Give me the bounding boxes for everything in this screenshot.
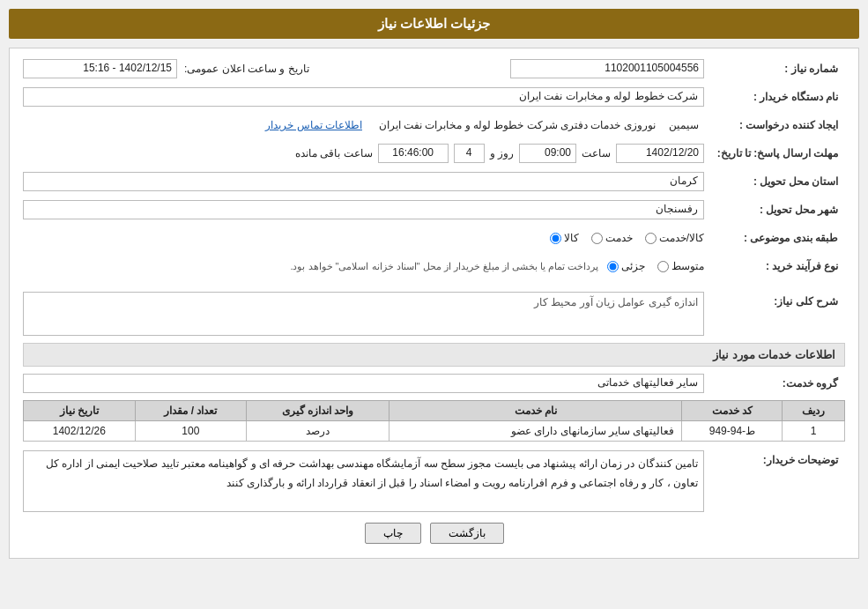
cell-tedaad: 100 bbox=[135, 421, 246, 442]
groohe-khedmat-row: گروه خدمت: سایر فعالیتهای خدماتی bbox=[23, 372, 845, 395]
services-table: ردیف کد خدمت نام خدمت واحد اندازه گیری ت… bbox=[23, 400, 845, 442]
baghimande-value: 16:46:00 bbox=[378, 144, 449, 163]
khedamat-info-header: اطلاعات خدمات مورد نیاز bbox=[23, 343, 845, 367]
radio-jozii-label: جزئی bbox=[621, 260, 645, 272]
sharh-niaz-label: شرح کلی نیاز: bbox=[704, 292, 845, 308]
cell-radif: 1 bbox=[783, 421, 845, 442]
col-tedaad: تعداد / مقدار bbox=[135, 401, 246, 421]
shomare-niaz-label: شماره نیاز : bbox=[704, 63, 845, 75]
date-row-inner: 1402/12/20 ساعت 09:00 روز و 4 16:46:00 س… bbox=[23, 144, 704, 163]
rooz-value: 4 bbox=[454, 144, 485, 163]
announce-label: تاریخ و ساعت اعلان عمومی: bbox=[184, 63, 309, 75]
noe-farayand-description: پرداخت تمام یا بخشی از مبلغ خریدار از مح… bbox=[290, 261, 598, 272]
col-tarikh: تاریخ نیاز bbox=[24, 401, 136, 421]
col-kodkhedmat: کد خدمت bbox=[682, 401, 783, 421]
nam-dastgah-value: شرکت خطوط لوله و مخابرات نفت ایران bbox=[23, 87, 704, 107]
baghimande-label: ساعت باقی مانده bbox=[295, 147, 373, 160]
ostan-tahvil-label: استان محل تحویل : bbox=[704, 175, 845, 188]
ostan-tahvil-value: کرمان bbox=[23, 172, 704, 191]
groohe-khedmat-label: گروه خدمت: bbox=[704, 377, 845, 390]
tozihat-section: توضیحات خریدار: تامین کنندگان در زمان ار… bbox=[23, 450, 845, 512]
cell-vahed: درصد bbox=[247, 421, 389, 442]
cell-namkhedmat: فعالیتهای سایر سازمانهای دارای عضو bbox=[389, 421, 682, 442]
col-namkhedmat: نام خدمت bbox=[389, 401, 682, 421]
radio-kala-khedmat-label: کالا/خدمت bbox=[659, 232, 704, 244]
nam-dastgah-label: نام دستگاه خریدار : bbox=[704, 91, 845, 103]
announce-value: 1402/12/15 - 15:16 bbox=[23, 59, 177, 78]
sharh-niaz-row: شرح کلی نیاز: اندازه گیری عوامل زیان آور… bbox=[23, 292, 845, 336]
shomare-niaz-value: 1102001105004556 bbox=[510, 59, 704, 78]
tozihat-label: توضیحات خریدار: bbox=[704, 450, 845, 466]
radio-kala[interactable]: کالا bbox=[550, 232, 579, 244]
ijad-konande-link[interactable]: اطلاعات تماس خریدار bbox=[265, 119, 362, 131]
sharh-niaz-value: اندازه گیری عوامل زیان آور محیط کار bbox=[23, 292, 704, 336]
main-card: شماره نیاز : 1102001105004556 تاریخ و سا… bbox=[9, 48, 859, 559]
mohlet-ersal-row: مهلت ارسال پاسخ: تا تاریخ: 1402/12/20 سا… bbox=[23, 142, 845, 165]
noe-farayand-content: متوسط جزئی پرداخت تمام یا بخشی از مبلغ خ… bbox=[23, 260, 704, 272]
date-value: 1402/12/20 bbox=[616, 144, 704, 163]
shahr-tahvil-value: رفسنجان bbox=[23, 200, 704, 219]
rooz-label: روز و bbox=[490, 147, 514, 160]
col-radif: ردیف bbox=[783, 401, 845, 421]
radio-khedmat[interactable]: خدمت bbox=[591, 232, 633, 244]
ijad-konande-row: ایجاد کننده درخواست : سیمین نوروزی خدمات… bbox=[23, 114, 845, 137]
sharh-niaz-box: اندازه گیری عوامل زیان آور محیط کار bbox=[23, 292, 704, 336]
tabaghe-label: طبقه بندی موضوعی : bbox=[704, 232, 845, 244]
table-row: 1 ط-94-949 فعالیتهای سایر سازمانهای دارا… bbox=[24, 421, 845, 442]
saat-value: 09:00 bbox=[519, 144, 576, 163]
radio-motavasset[interactable]: متوسط bbox=[657, 260, 704, 272]
shahr-tahvil-label: شهر محل تحویل : bbox=[704, 204, 845, 216]
mohlet-ersal-label: مهلت ارسال پاسخ: تا تاریخ: bbox=[704, 147, 845, 160]
cell-kodkhedmat: ط-94-949 bbox=[682, 421, 783, 442]
page-title: جزئیات اطلاعات نیاز bbox=[9, 9, 859, 39]
ijad-konande-value: سیمین نوروزی خدمات دفتری شرکت خطوط لوله … bbox=[23, 115, 704, 135]
nam-dastgah-row: نام دستگاه خریدار : شرکت خطوط لوله و مخا… bbox=[23, 85, 845, 108]
buttons-row: بازگشت چاپ bbox=[23, 523, 845, 544]
radio-jozii[interactable]: جزئی bbox=[607, 260, 645, 272]
ijad-konande-org: نوروزی خدمات دفتری شرکت خطوط لوله و مخاب… bbox=[379, 119, 656, 131]
farayand-radio-group: متوسط جزئی bbox=[607, 260, 704, 272]
radio-kala-khedmat[interactable]: کالا/خدمت bbox=[645, 232, 704, 244]
cell-tarikh: 1402/12/26 bbox=[24, 421, 136, 442]
tabaghe-radio-group: کالا/خدمت خدمت کالا bbox=[550, 232, 704, 244]
shomare-niaz-row: شماره نیاز : 1102001105004556 تاریخ و سا… bbox=[23, 57, 845, 80]
radio-kala-label: کالا bbox=[564, 232, 579, 244]
groohe-khedmat-value: سایر فعالیتهای خدماتی bbox=[23, 374, 704, 393]
noe-farayand-label: نوع فرآیند خرید : bbox=[704, 260, 845, 272]
print-button[interactable]: چاپ bbox=[365, 523, 421, 544]
back-button[interactable]: بازگشت bbox=[430, 523, 504, 544]
ijad-konande-name: سیمین bbox=[669, 119, 699, 131]
radio-motavasset-label: متوسط bbox=[671, 260, 704, 272]
radio-khedmat-label: خدمت bbox=[605, 232, 633, 244]
watermark-area bbox=[23, 283, 845, 292]
page-wrapper: جزئیات اطلاعات نیاز شماره نیاز : 1102001… bbox=[0, 0, 868, 568]
saat-label: ساعت bbox=[582, 147, 611, 160]
col-vahed: واحد اندازه گیری bbox=[247, 401, 389, 421]
ijad-konande-label: ایجاد کننده درخواست : bbox=[704, 119, 845, 131]
shahr-tahvil-row: شهر محل تحویل : رفسنجان bbox=[23, 198, 845, 221]
noe-farayand-row: نوع فرآیند خرید : متوسط جزئی پرداخت تمام… bbox=[23, 255, 845, 278]
tabaghe-row: طبقه بندی موضوعی : کالا/خدمت خدمت کالا bbox=[23, 227, 845, 249]
ostan-tahvil-row: استان محل تحویل : کرمان bbox=[23, 170, 845, 193]
tozihat-value: تامین کنندگان در زمان ارائه پیشنهاد می ب… bbox=[23, 450, 704, 512]
